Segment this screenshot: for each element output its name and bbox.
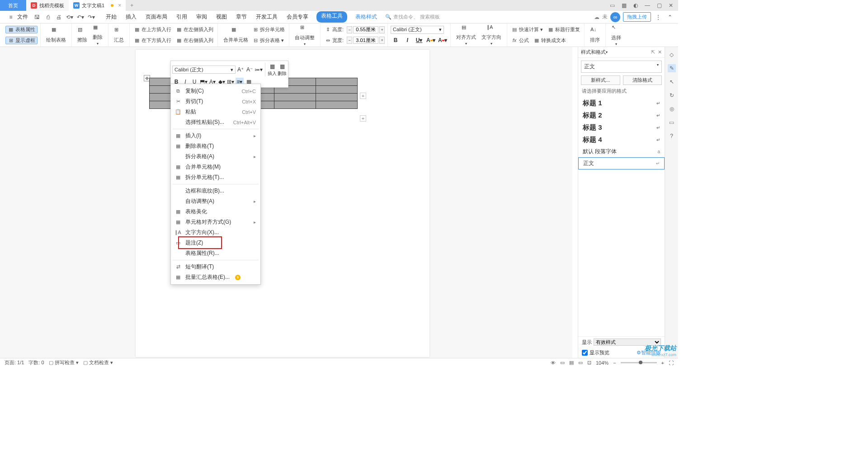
view-outline-icon[interactable]: ▤: [569, 360, 574, 366]
tab-template[interactable]: D 找稻壳模板: [26, 0, 69, 11]
mini-decrease-font[interactable]: A⁻: [245, 66, 254, 74]
tab-reference[interactable]: 引用: [175, 11, 188, 23]
pin-icon[interactable]: ⇱: [651, 49, 655, 55]
mini-font-combo[interactable]: Calibri (正文)▾: [172, 66, 236, 74]
tab-member[interactable]: 会员专享: [286, 11, 309, 23]
mini-increase-font[interactable]: A⁺: [236, 66, 245, 74]
ctx-copy[interactable]: ⧉复制(C)Ctrl+C: [171, 86, 260, 96]
fullscreen-icon[interactable]: ⛶: [669, 360, 674, 366]
mini-delete-menu[interactable]: ▦删除: [278, 62, 287, 77]
font-selector[interactable]: Calibri (正文)▾: [391, 26, 444, 34]
print-icon[interactable]: 🖨: [54, 13, 63, 22]
ctx-cell-align[interactable]: ▦单元格对齐方式(G)▸: [171, 217, 260, 227]
autofit-button[interactable]: ⊞自动调整▾: [292, 24, 317, 46]
document-page[interactable]: ✥ + + Calibri (正文)▾ A⁺ A⁻ ≔▾ ▦插入 ▦删除 B I: [136, 50, 429, 357]
tab-review[interactable]: 审阅: [195, 11, 208, 23]
side-select-icon[interactable]: ↖: [668, 78, 676, 86]
style-heading3[interactable]: 标题 3↵: [578, 122, 665, 134]
save-icon[interactable]: 🖫: [33, 13, 42, 22]
print-preview-icon[interactable]: ⎙: [43, 13, 52, 22]
summary-button[interactable]: ⊞汇总: [111, 27, 127, 43]
redo-button[interactable]: ↷▾: [87, 13, 96, 22]
ctx-caption[interactable]: ▭题注(Z): [171, 238, 260, 248]
sort-button[interactable]: A↓排序: [587, 27, 603, 43]
side-help-icon[interactable]: ?: [668, 132, 676, 140]
style-heading4[interactable]: 标题 4↵: [578, 134, 665, 146]
side-location-icon[interactable]: ◎: [668, 105, 676, 113]
ctx-phrase-trans[interactable]: ⇄短句翻译(T): [171, 262, 260, 272]
tab-view[interactable]: 视图: [215, 11, 228, 23]
quick-calc-button[interactable]: ▤快速计算▾: [510, 26, 544, 33]
clear-format-button[interactable]: 清除格式: [623, 75, 662, 85]
ctx-split-table[interactable]: 拆分表格(A)▸: [171, 151, 260, 162]
insert-right-button[interactable]: ▦在右侧插入列: [175, 37, 215, 44]
text-direction-button[interactable]: ∥A文字方向▾: [479, 24, 504, 46]
doc-check-toggle[interactable]: ▢ 文档检查 ▾: [83, 359, 113, 366]
ctx-batch-summary[interactable]: ▦批量汇总表格(E)...$: [171, 272, 260, 282]
undo-button[interactable]: ↶▾: [76, 13, 85, 22]
style-heading1[interactable]: 标题 1↵: [578, 97, 665, 109]
ctx-delete-table[interactable]: ▦删除表格(T): [171, 141, 260, 151]
ctx-cut[interactable]: ✂剪切(T)Ctrl+X: [171, 96, 260, 107]
table-properties-button[interactable]: ▦表格属性: [5, 26, 38, 33]
page-status[interactable]: 页面: 1/1: [5, 359, 24, 366]
align-button[interactable]: ▤对齐方式▾: [453, 24, 479, 46]
bold-button[interactable]: B: [391, 36, 400, 44]
zoom-in-button[interactable]: +: [661, 360, 664, 366]
tab-layout[interactable]: 页面布局: [145, 11, 168, 23]
tab-dev[interactable]: 开发工具: [255, 11, 278, 23]
tab-insert[interactable]: 插入: [125, 11, 137, 23]
tab-table-tool[interactable]: 表格工具: [316, 11, 347, 23]
style-default-font[interactable]: 默认 段落字体a: [578, 146, 665, 157]
show-select[interactable]: 有效样式: [594, 338, 661, 346]
zoom-thumb[interactable]: [639, 361, 642, 364]
apps-icon[interactable]: ▦: [620, 2, 627, 9]
reading-mode-icon[interactable]: ▭: [609, 2, 616, 9]
underline-button[interactable]: U▾: [415, 36, 424, 44]
height-dec[interactable]: −: [347, 26, 352, 33]
add-row-button[interactable]: +: [360, 115, 366, 122]
output-icon[interactable]: ⟲▾: [65, 13, 74, 22]
user-avatar-icon[interactable]: ◐: [632, 2, 639, 9]
ctx-autofit[interactable]: 自动调整(A)▸: [171, 196, 260, 207]
split-table-button[interactable]: ⊟拆分表格▾: [251, 37, 286, 44]
tab-table-style[interactable]: 表格样式: [354, 11, 378, 23]
ctx-table-props[interactable]: 表格属性(R)...: [171, 248, 260, 258]
erase-button[interactable]: ▧擦除: [75, 24, 90, 46]
ctx-beautify[interactable]: ▦表格美化: [171, 207, 260, 217]
height-input[interactable]: [353, 26, 378, 33]
new-style-button[interactable]: 新样式...: [581, 75, 620, 85]
tab-start[interactable]: 开始: [105, 11, 118, 23]
ctx-paste-special[interactable]: 选择性粘贴(S)...Ctrl+Alt+V: [171, 117, 260, 127]
view-web-icon[interactable]: ▭: [560, 360, 565, 366]
side-styles-icon[interactable]: ✎: [668, 64, 676, 72]
width-inc[interactable]: +: [379, 37, 385, 44]
insert-below-button[interactable]: ▦在下方插入行: [132, 37, 173, 44]
side-format-icon[interactable]: ◇: [668, 51, 676, 59]
highlight-button[interactable]: A▾: [426, 36, 435, 44]
add-column-button[interactable]: +: [360, 93, 366, 99]
width-dec[interactable]: −: [347, 37, 352, 44]
more-menu-icon[interactable]: ⋮: [654, 13, 663, 22]
tab-document[interactable]: W 文字文稿1 ×: [69, 0, 126, 11]
cloud-button[interactable]: ∞: [610, 12, 620, 22]
drag-upload-button[interactable]: 拖拽上传: [623, 12, 651, 22]
new-tab-button[interactable]: +: [126, 0, 138, 11]
collapse-ribbon-icon[interactable]: ⌃: [665, 13, 675, 22]
select-button[interactable]: ↖选择▾: [609, 24, 624, 46]
maximize-button[interactable]: ▢: [656, 2, 663, 9]
ctx-merge-cells[interactable]: ▦合并单元格(M): [171, 162, 260, 172]
current-style-box[interactable]: 正文▾: [581, 61, 662, 73]
ctx-paste[interactable]: 📋粘贴Ctrl+V: [171, 107, 260, 117]
mini-list-icon[interactable]: ≔▾: [255, 66, 263, 74]
tab-close-button[interactable]: ×: [118, 2, 121, 9]
file-menu-button[interactable]: ≡ 文件: [4, 13, 31, 22]
side-cloud-icon[interactable]: ↻: [668, 91, 676, 99]
side-sheet-icon[interactable]: ▭: [668, 118, 676, 127]
style-heading2[interactable]: 标题 2↵: [578, 109, 665, 122]
ctx-split-cells[interactable]: ▦拆分单元格(T)...: [171, 172, 260, 183]
insert-left-button[interactable]: ▦在左侧插入列: [175, 26, 215, 33]
view-read-icon[interactable]: ▭: [578, 360, 583, 366]
draw-table-button[interactable]: ▦绘制表格: [43, 27, 69, 43]
ctx-insert[interactable]: ▦插入(I)▸: [171, 131, 260, 141]
